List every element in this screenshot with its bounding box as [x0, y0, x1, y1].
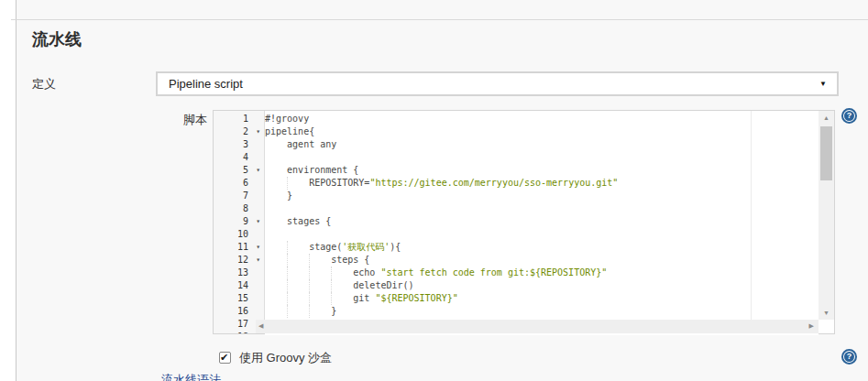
fold-arrow-icon[interactable]: ▾	[256, 165, 260, 176]
indent-guide	[265, 267, 287, 279]
indent-guide	[309, 267, 331, 279]
code-token: echo	[353, 267, 380, 278]
indent-guide	[265, 254, 287, 267]
scrollbar-corner	[819, 320, 834, 333]
indent-guide	[331, 292, 353, 305]
gutter-line: 6	[214, 177, 264, 190]
question-mark-icon: ?	[844, 352, 854, 362]
editor-gutter: 12▾345▾6789▾1011▾12▾131415161718	[214, 111, 265, 333]
code-token: deleteDir()	[353, 280, 413, 290]
editor-vertical-scrollbar[interactable]: ▲ ▼	[819, 111, 834, 320]
pipeline-script-editor[interactable]: 12▾345▾6789▾1011▾12▾131415161718 #!groov…	[213, 110, 835, 334]
vertical-scrollbar-thumb[interactable]	[820, 126, 832, 180]
line-number: 14	[214, 279, 264, 292]
gutter-line: 15	[214, 292, 264, 305]
code-token: pipeline{	[265, 126, 314, 136]
fold-arrow-icon[interactable]: ▾	[256, 242, 260, 253]
checkmark-icon: ✔	[220, 353, 230, 362]
help-icon-sandbox[interactable]: ?	[841, 349, 857, 365]
indent-guide	[265, 138, 287, 151]
indent-guide	[309, 279, 331, 292]
line-number: 4	[214, 151, 264, 164]
code-line: }	[265, 190, 819, 202]
code-line	[265, 151, 819, 164]
fold-arrow-icon[interactable]: ▾	[256, 216, 260, 227]
gutter-line: 11▾	[214, 241, 264, 254]
code-token: environment {	[287, 165, 358, 175]
scroll-down-icon[interactable]: ▼	[819, 310, 834, 316]
indent-guide	[287, 305, 309, 318]
definition-select[interactable]: Pipeline script ▼	[156, 71, 839, 96]
indent-guide	[331, 267, 353, 279]
fold-arrow-icon[interactable]: ▾	[256, 126, 260, 137]
code-token-string: "start fetch code from git:${REPOSITORY}…	[380, 267, 607, 278]
gutter-line: 9▾	[214, 215, 264, 228]
groovy-sandbox-label: 使用 Groovy 沙盒	[239, 350, 332, 366]
gutter-line: 16	[214, 305, 264, 318]
indent-guide	[287, 177, 309, 190]
code-line: stages {	[265, 215, 819, 228]
line-number: 16	[214, 305, 264, 318]
indent-guide	[309, 254, 331, 267]
indent-guide	[265, 164, 287, 177]
gutter-line: 5▾	[214, 164, 264, 177]
indent-guide	[287, 267, 309, 279]
code-token: agent any	[287, 139, 336, 149]
code-token: stages {	[287, 216, 331, 226]
section-top-divider	[11, 19, 868, 20]
left-pane-divider	[16, 0, 16, 381]
code-token: stage(	[309, 242, 342, 252]
indent-guide	[265, 241, 287, 254]
indent-guide	[287, 241, 309, 254]
gutter-line: 1	[214, 113, 264, 125]
definition-select-value: Pipeline script	[158, 73, 837, 94]
gutter-line: 8	[214, 202, 264, 215]
pipeline-syntax-link[interactable]: 流水线语法	[161, 372, 221, 381]
code-line: stage('获取代码'){	[265, 241, 819, 254]
scroll-right-icon[interactable]: ▶	[809, 322, 814, 330]
line-number: 8	[214, 202, 264, 215]
gutter-line: 13	[214, 267, 264, 279]
script-label: 脚本	[183, 112, 207, 128]
gutter-line: 3	[214, 138, 264, 151]
code-token: git	[353, 293, 375, 303]
indent-guide	[287, 254, 309, 267]
code-token-string: "https://gitee.com/merryyou/sso-merryyou…	[369, 178, 618, 188]
code-token: REPOSITORY=	[309, 178, 369, 188]
code-line: deleteDir()	[265, 279, 819, 292]
code-line: #!groovy	[265, 113, 819, 125]
editor-code-area[interactable]: #!groovypipeline{agent anyenvironment {R…	[265, 111, 819, 335]
code-line: REPOSITORY="https://gitee.com/merryyou/s…	[265, 177, 819, 190]
line-number: 3	[214, 138, 264, 151]
indent-guide	[331, 279, 353, 292]
fold-arrow-icon[interactable]: ▾	[256, 255, 260, 266]
scroll-left-icon[interactable]: ◀	[258, 322, 263, 330]
code-line: }	[265, 305, 819, 318]
indent-guide	[309, 305, 331, 318]
code-token-string: '获取代码'	[342, 242, 390, 252]
pipeline-config-page: 流水线 定义 Pipeline script ▼ 脚本 12▾345▾6789▾…	[0, 0, 868, 381]
gutter-line: 7	[214, 190, 264, 202]
print-margin-line	[751, 111, 752, 320]
code-token: ){	[390, 242, 401, 252]
code-line: git "${REPOSITORY}"	[265, 292, 819, 305]
code-token: steps {	[331, 255, 369, 265]
page-title: 流水线	[32, 28, 82, 50]
gutter-line: 4	[214, 151, 264, 164]
code-line	[265, 228, 819, 241]
help-icon-script[interactable]: ?	[841, 108, 857, 124]
line-number: 10	[214, 228, 264, 241]
code-line: steps {	[265, 254, 819, 267]
line-number: 6	[214, 177, 264, 190]
gutter-line: 12▾	[214, 254, 264, 267]
scroll-up-icon[interactable]: ▲	[819, 114, 834, 121]
line-number: 1	[214, 113, 264, 125]
code-token: #!groovy	[265, 114, 309, 124]
gutter-line: 2▾	[214, 125, 264, 138]
chevron-down-icon: ▼	[819, 80, 827, 88]
editor-horizontal-scrollbar[interactable]: ◀ ▶	[256, 320, 819, 333]
indent-guide	[287, 279, 309, 292]
indent-guide	[265, 215, 287, 228]
indent-guide	[265, 177, 287, 190]
groovy-sandbox-checkbox[interactable]: ✔	[219, 352, 231, 364]
